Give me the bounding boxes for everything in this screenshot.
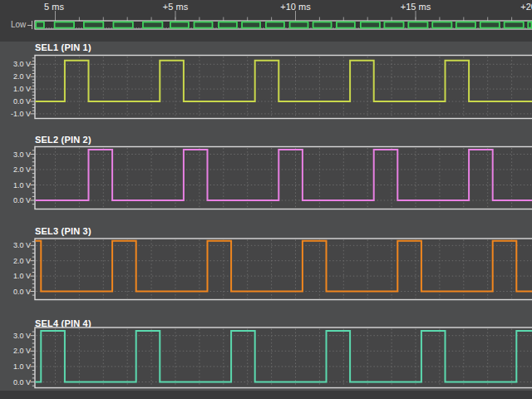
digital-high-block bbox=[528, 22, 531, 27]
digital-high-block bbox=[290, 22, 308, 27]
digital-high-block bbox=[170, 22, 189, 27]
digital-high-block bbox=[143, 22, 162, 27]
digital-high-block bbox=[337, 22, 355, 27]
digital-high-block bbox=[84, 22, 103, 27]
waveform-canvas bbox=[0, 0, 532, 399]
digital-high-block bbox=[432, 22, 451, 27]
digital-high-block bbox=[195, 22, 213, 27]
digital-high-block bbox=[113, 22, 132, 27]
digital-high-block bbox=[36, 22, 44, 27]
digital-high-block bbox=[219, 22, 237, 27]
digital-high-block bbox=[384, 22, 403, 27]
digital-high-block bbox=[55, 22, 74, 27]
digital-high-block bbox=[408, 22, 427, 27]
digital-high-block bbox=[456, 22, 475, 27]
digital-high-block bbox=[242, 22, 260, 27]
digital-high-block bbox=[480, 22, 500, 27]
sel3-plot-area[interactable] bbox=[35, 239, 532, 300]
sel1-plot-area[interactable] bbox=[35, 56, 532, 119]
digital-high-block bbox=[313, 22, 332, 27]
sel4-plot-area[interactable] bbox=[35, 328, 532, 388]
digital-high-block bbox=[266, 22, 284, 27]
digital-high-block bbox=[505, 22, 524, 27]
digital-high-block bbox=[361, 22, 380, 27]
